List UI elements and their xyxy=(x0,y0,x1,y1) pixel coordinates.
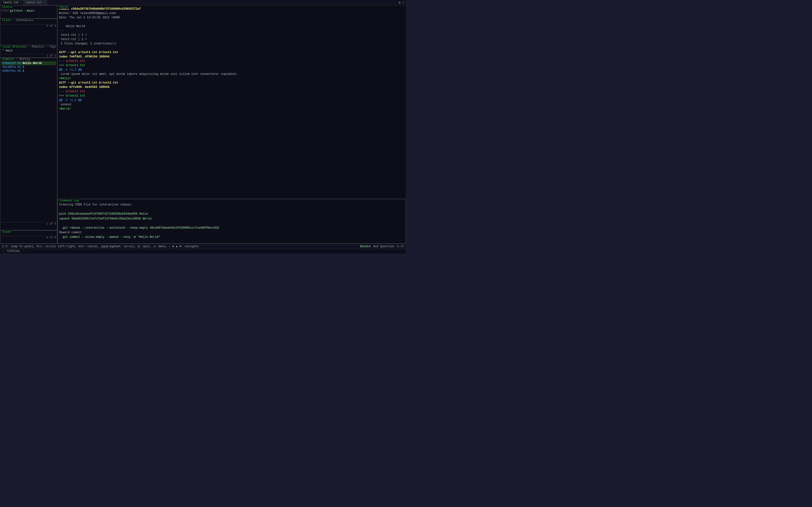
commits-title-text: Commits xyxy=(2,58,14,61)
commit-author-1: KU xyxy=(18,65,21,69)
ask-question-button[interactable]: Ask Question xyxy=(373,245,394,248)
terminal-bar: -- TERMINAL -- xyxy=(0,249,406,253)
submodules-link[interactable]: Submodules xyxy=(16,18,34,22)
tab1-close[interactable]: ✕ xyxy=(20,1,22,4)
files-title-text: Files xyxy=(2,18,11,22)
cmdlog-title: Command Log xyxy=(59,199,80,202)
patch-line-6: test1.txt | 1 + xyxy=(59,33,405,37)
patch-line-16: +Hello! xyxy=(59,76,405,80)
branches-title: Local Branches – Remotes – Tags xyxy=(1,45,57,49)
patch-line-22: asdasd xyxy=(59,102,405,107)
commits-footer: 1 of 3 xyxy=(0,222,57,225)
branches-title-text: Local Branches xyxy=(2,45,27,49)
commit-row-0[interactable]: c56da28f KU Hello World xyxy=(1,61,56,65)
status-bar: 1-5: jump to panel, H/L: scroll left/rig… xyxy=(0,243,406,249)
stash-title-text: Stash xyxy=(2,230,11,234)
stash-title: Stash xyxy=(1,230,12,234)
patch-line-7: test2.txt | 1 + xyxy=(59,37,405,42)
branches-section: Local Branches – Remotes – Tags * main xyxy=(0,45,57,58)
app-container: test1.txt ✕ test2.txt ✕ ◑ ✕ Status xyxy=(0,0,406,253)
status-section: Status r?i? gittest → main xyxy=(0,5,57,18)
branch-main[interactable]: * main xyxy=(1,49,56,53)
patch-line-8: 2 files changed, 2 insertions(+) xyxy=(59,42,405,46)
right-sections: Patch commit c56da28f3b7b9bb0d9bf3f16600… xyxy=(57,5,406,243)
right-panel: Patch commit c56da28f3b7b9bb0d9bf3f16600… xyxy=(57,5,406,243)
patch-line-2: Date: Thu Jun 2 14:33:01 2022 +0900 xyxy=(59,15,405,20)
patch-line-3 xyxy=(59,20,405,24)
commit-msg-0: Hello World xyxy=(22,62,42,65)
commit-row-1[interactable]: 40ca087a KU 2 xyxy=(1,65,56,69)
patch-line-12: --- a/test1.txt xyxy=(59,59,405,63)
cmdlog-line-6: Reword commit xyxy=(59,230,404,235)
stash-section: Stash 0 of 0 xyxy=(0,230,57,243)
commits-title: Commits – Reflog xyxy=(1,58,31,61)
commit-num-2: 1 xyxy=(22,69,24,73)
commits-section: Commits – Reflog c56da28f KU Hello World xyxy=(0,58,57,230)
tab-test2[interactable]: test2.txt ✕ xyxy=(24,0,47,5)
status-hint: 1-5: jump to panel, H/L: scroll left/rig… xyxy=(2,245,199,248)
cmdlog-body[interactable]: Creating TODO file for interactive rebas… xyxy=(58,199,406,243)
branch-star: * xyxy=(2,49,6,52)
files-section: Files – Submodules 0 of 0 xyxy=(0,18,57,45)
commit-author-0: KU xyxy=(18,62,21,65)
patch-line-9 xyxy=(59,46,405,50)
commit-hash-1: 40ca087a xyxy=(2,65,16,69)
patch-line-5: --- xyxy=(59,29,405,33)
patch-line-1: Author: KUD <kimud6003@gmail.com> xyxy=(59,11,405,15)
cmdlog-line-0: Creating TODO file for interactive rebas… xyxy=(59,203,404,207)
tab-test1[interactable]: test1.txt ✕ xyxy=(1,0,24,5)
patch-line-4: Hello World xyxy=(59,24,405,29)
cmdlog-line-1 xyxy=(59,207,404,212)
close-icon[interactable]: ✕ xyxy=(402,1,404,4)
version-label: 0.34 xyxy=(397,245,404,248)
patch-line-20: +++ b/test2.txt xyxy=(59,94,405,98)
status-bar-right: Donate Ask Question 0.34 xyxy=(360,245,404,248)
commit-author-2: KU xyxy=(18,69,21,73)
patch-line-14: @@ -1 +1,2 @@ xyxy=(59,68,405,72)
patch-body[interactable]: commit c56da28f3b7b9bb0d9bf3f166000cb29b… xyxy=(57,5,406,199)
title-bar: test1.txt ✕ test2.txt ✕ ◑ ✕ xyxy=(0,0,406,5)
patch-section: Patch commit c56da28f3b7b9bb0d9bf3f16600… xyxy=(57,5,406,199)
patch-line-18: index bf7e899..6e42562 100644 xyxy=(59,85,405,89)
cmdlog-line-7: git commit --allow-empty --amend --only … xyxy=(59,235,404,239)
branches-commits-wrapper: Local Branches – Remotes – Tags * main xyxy=(0,45,57,230)
donate-button[interactable]: Donate xyxy=(360,245,370,248)
terminal-label: -- TERMINAL -- xyxy=(1,249,26,253)
cmdlog-line-3: squash 58a665295b7cefcfa4f21f49e9c18ba23… xyxy=(59,217,404,221)
patch-line-21: @@ -1 +1,2 @@ xyxy=(59,98,405,102)
patch-line-15: Lorem ipsum dolor sit amet, qui minim la… xyxy=(59,72,405,76)
title-bar-controls: ◑ ✕ xyxy=(399,1,405,4)
commit-hash-0: c56da28f xyxy=(2,62,16,65)
patch-line-13: +++ b/test1.txt xyxy=(59,63,405,68)
patch-title: Patch xyxy=(58,5,69,9)
status-branch: main xyxy=(27,9,34,12)
cmdlog-line-4 xyxy=(59,221,404,226)
status-symbols: r?i? xyxy=(1,9,9,12)
status-title-text: Status xyxy=(2,5,12,9)
branches-footer: 1 of 1 xyxy=(0,54,57,57)
stash-footer: 0 of 0 xyxy=(0,236,57,239)
main-layout: Status r?i? gittest → main Files xyxy=(0,5,406,243)
status-arrow: → xyxy=(24,9,26,12)
tab1-label: test1.txt xyxy=(3,1,19,4)
reflog-link[interactable]: Reflog xyxy=(19,58,30,61)
patch-line-0: commit c56da28f3b7b9bb0d9bf3f166000cb29b… xyxy=(59,7,405,11)
tab2-label: test2.txt xyxy=(26,1,42,4)
moon-icon[interactable]: ◑ xyxy=(399,1,400,4)
patch-line-11: index fe6f9d3..4f0015d 100644 xyxy=(59,55,405,59)
commit-row-2[interactable]: 6d9bf4ec KU 1 xyxy=(1,69,56,73)
patch-line-23: +World! xyxy=(59,107,405,111)
cmdlog-section: Command Log Creating TODO file for inter… xyxy=(57,199,406,243)
remotes-link[interactable]: Remotes xyxy=(32,45,44,49)
tabs-area: test1.txt ✕ test2.txt ✕ xyxy=(1,0,399,5)
cmdlog-line-5: git rebase --interactive --autostash --k… xyxy=(59,226,404,230)
tab2-close[interactable]: ✕ xyxy=(43,1,45,4)
commit-hash-2: 6d9bf4ec xyxy=(2,69,16,73)
status-title: Status xyxy=(1,5,13,9)
cmdlog-line-2: pick 5381a9cea3eedfc070657d27189206a5844… xyxy=(59,212,404,216)
status-cmd: gittest xyxy=(10,9,23,12)
left-panel: Status r?i? gittest → main Files xyxy=(0,5,57,243)
patch-line-17: diff --git a/test2.txt b/test2.txt xyxy=(59,80,405,85)
commits-body: c56da28f KU Hello World 40ca087a KU 2 6d… xyxy=(0,58,57,222)
tags-link[interactable]: Tags xyxy=(49,45,56,49)
